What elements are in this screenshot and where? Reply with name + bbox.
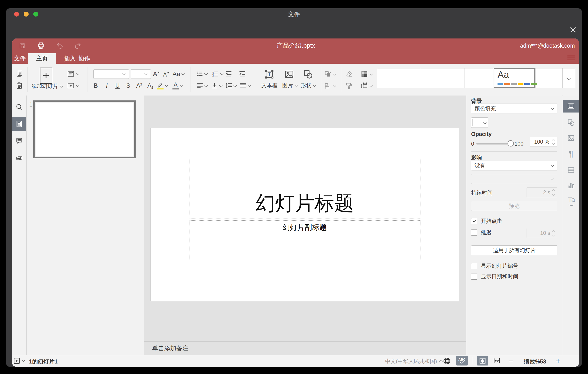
fit-width-button[interactable] (492, 357, 502, 365)
start-slideshow-status-button[interactable] (13, 357, 21, 365)
add-slide-label[interactable]: 添加幻灯片 (31, 83, 63, 89)
font-size-select[interactable] (131, 69, 151, 79)
opacity-label: Opacity (471, 131, 492, 137)
show-slide-number-checkbox[interactable] (471, 263, 477, 269)
text-box-label[interactable]: 文本框 (257, 82, 282, 89)
opacity-input[interactable]: 100 % (530, 137, 557, 147)
decrease-font-button[interactable]: A (163, 71, 169, 78)
theme-thumbnail[interactable] (377, 68, 421, 88)
theme-thumbnail-selected[interactable]: Aa (494, 68, 535, 88)
image-label[interactable]: 图片 (280, 82, 300, 89)
tab-insert[interactable]: 插入 (63, 53, 77, 64)
align-shape-button[interactable] (324, 82, 336, 90)
apply-to-all-button[interactable]: 适用于所有幻灯片 (471, 245, 557, 255)
chat-icon[interactable] (15, 154, 23, 162)
underline-button[interactable]: U (114, 82, 121, 89)
search-icon[interactable] (15, 103, 23, 111)
image-icon[interactable] (281, 68, 298, 80)
comments-icon[interactable] (15, 137, 23, 145)
decrease-indent-button[interactable] (225, 70, 232, 77)
opacity-slider-handle[interactable] (508, 140, 514, 146)
duration-label: 持续时间 (471, 189, 493, 196)
print-button[interactable] (37, 42, 45, 50)
delay-row[interactable]: 延迟 (471, 229, 492, 236)
undo-icon[interactable] (56, 42, 64, 49)
text-box-icon[interactable]: T (261, 68, 277, 80)
left-sidebar (12, 96, 27, 355)
paragraph-settings-tab[interactable]: ¶ (567, 149, 575, 158)
redo-icon[interactable] (74, 42, 82, 49)
change-case-button[interactable]: Aa (172, 70, 184, 78)
editor-panel: 产品介绍.pptx adm***@dootask.com 文件 主页 插入 协作 (12, 38, 579, 367)
theme-gallery-expand-button[interactable] (562, 68, 575, 88)
horizontal-align-button[interactable] (196, 82, 207, 89)
hamburger-menu-icon[interactable] (567, 55, 575, 60)
increase-font-button[interactable]: A (153, 70, 160, 78)
theme-thumbnail[interactable] (535, 68, 563, 88)
slide-layout-button[interactable] (67, 70, 82, 78)
vertical-align-button[interactable] (211, 82, 222, 89)
highlight-color-button[interactable] (157, 81, 168, 90)
slide-counter: 1的幻灯片1 (29, 358, 58, 365)
save-button[interactable] (18, 42, 26, 50)
zoom-out-button[interactable]: − (507, 357, 516, 365)
slide-thumbnail[interactable] (33, 100, 136, 158)
copy-icon[interactable] (15, 70, 23, 78)
increase-indent-button[interactable] (239, 70, 246, 77)
font-color-button[interactable]: A (172, 81, 183, 90)
background-fill-select[interactable]: 颜色填充 (471, 104, 557, 113)
add-slide-button[interactable] (40, 67, 52, 84)
slide-size-button[interactable] (361, 82, 373, 90)
bold-button[interactable]: B (93, 82, 99, 89)
columns-button[interactable] (240, 82, 251, 89)
copy-style-icon[interactable] (345, 82, 353, 90)
line-spacing-button[interactable] (225, 82, 236, 89)
background-color-swatch[interactable] (471, 117, 488, 128)
close-icon[interactable] (567, 24, 579, 35)
strikeout-button[interactable]: S (125, 82, 131, 89)
globe-icon[interactable] (442, 357, 451, 365)
zoom-in-button[interactable]: + (554, 357, 563, 365)
show-date-time-row[interactable]: 显示日期和时间 (471, 273, 518, 280)
slide-settings-tab[interactable] (563, 100, 579, 112)
italic-button[interactable]: I (104, 82, 110, 89)
arrange-shape-button[interactable] (324, 70, 336, 78)
opacity-slider[interactable] (476, 143, 510, 144)
font-name-select[interactable] (93, 69, 129, 79)
shape-settings-tab[interactable] (567, 119, 575, 127)
shape-label[interactable]: 形状 (298, 82, 318, 89)
paste-icon[interactable] (15, 82, 23, 90)
start-on-click-checkbox[interactable] (471, 218, 477, 224)
slide-subtitle-placeholder[interactable]: 幻灯片副标题 (189, 220, 420, 261)
theme-thumbnail[interactable] (421, 68, 464, 88)
fit-slide-button[interactable] (477, 356, 488, 365)
numbering-button[interactable]: 123 (212, 70, 223, 77)
notes-placeholder: 单击添加备注 (152, 344, 188, 352)
slide-title-placeholder[interactable]: 幻灯片标题 (189, 156, 420, 219)
tab-home[interactable]: 主页 (28, 53, 56, 64)
shape-icon[interactable] (300, 68, 316, 80)
delay-checkbox[interactable] (471, 230, 477, 236)
chart-settings-tab[interactable] (567, 181, 575, 189)
show-slide-number-row[interactable]: 显示幻灯片编号 (471, 263, 518, 269)
color-scheme-button[interactable] (361, 70, 373, 78)
spellcheck-button[interactable]: ABC (456, 356, 468, 365)
bullets-button[interactable] (196, 70, 207, 77)
subscript-button[interactable]: A 2 (147, 82, 154, 89)
show-date-time-checkbox[interactable] (471, 274, 477, 280)
clear-style-icon[interactable] (345, 70, 353, 78)
theme-thumbnail[interactable] (464, 68, 493, 88)
notes-area[interactable]: 单击添加备注 (144, 341, 466, 355)
start-slideshow-button[interactable] (67, 82, 82, 90)
table-settings-tab[interactable] (567, 166, 575, 174)
textart-settings-tab[interactable]: Ta (567, 196, 576, 206)
effect-select[interactable]: 没有 (471, 161, 557, 170)
image-settings-tab[interactable] (567, 134, 575, 142)
tab-file[interactable]: 文件 (12, 53, 27, 64)
tab-collaboration[interactable]: 协作 (77, 53, 92, 64)
slides-panel-tab[interactable] (12, 117, 26, 131)
language-selector[interactable]: 中文(中华人民共和国) (385, 358, 442, 365)
duration-input: 2 s (526, 187, 557, 197)
superscript-button[interactable]: A 2 (135, 82, 143, 89)
start-on-click-row[interactable]: 开始点击 (471, 218, 502, 224)
